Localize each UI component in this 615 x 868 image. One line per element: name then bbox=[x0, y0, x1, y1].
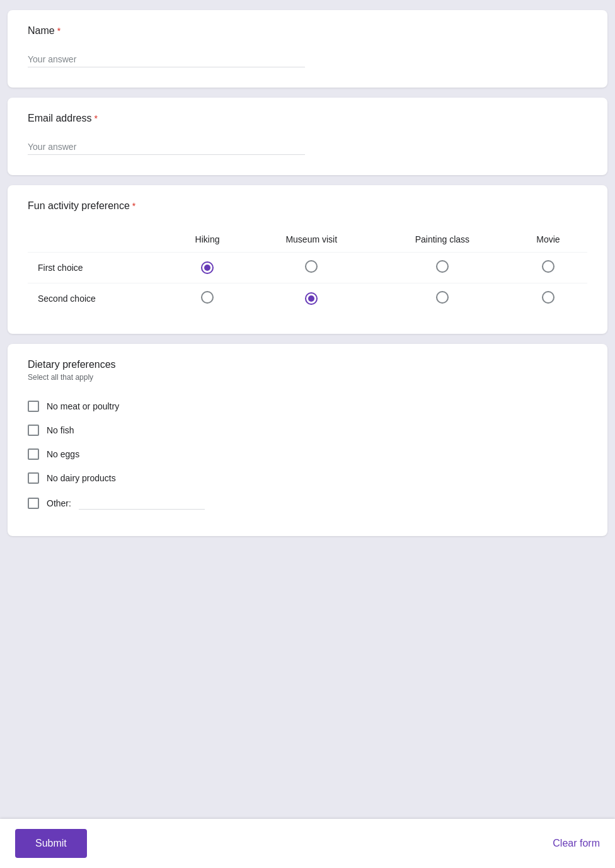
dietary-option-other[interactable]: Other: bbox=[28, 490, 587, 516]
activity-label: Fun activity preference * bbox=[28, 200, 587, 212]
radio-first-hiking[interactable] bbox=[201, 261, 214, 274]
checkbox-label-no-fish: No fish bbox=[47, 425, 74, 435]
activity-card: Fun activity preference * Hiking Museum … bbox=[8, 185, 607, 334]
activity-col-painting: Painting class bbox=[376, 227, 509, 253]
dietary-title: Dietary preferences bbox=[28, 359, 587, 370]
activity-grid: Hiking Museum visit Painting class Movie… bbox=[28, 227, 587, 314]
radio-inner bbox=[308, 295, 314, 302]
activity-col-museum: Museum visit bbox=[248, 227, 376, 253]
radio-inner bbox=[204, 265, 210, 271]
radio-second-movie[interactable] bbox=[542, 291, 555, 304]
first-choice-museum[interactable] bbox=[248, 253, 376, 283]
name-required-star: * bbox=[57, 26, 60, 36]
radio-second-museum[interactable] bbox=[305, 292, 318, 305]
checkbox-label-no-eggs: No eggs bbox=[47, 449, 79, 459]
footer-spacer bbox=[8, 546, 607, 597]
email-label-text: Email address bbox=[28, 113, 91, 124]
checkbox-no-eggs[interactable] bbox=[28, 448, 39, 460]
second-choice-movie[interactable] bbox=[509, 283, 587, 314]
second-choice-painting[interactable] bbox=[376, 283, 509, 314]
activity-col-movie: Movie bbox=[509, 227, 587, 253]
first-choice-movie[interactable] bbox=[509, 253, 587, 283]
table-row: First choice bbox=[28, 253, 587, 283]
dietary-subtitle: Select all that apply bbox=[28, 373, 587, 382]
row-label-first: First choice bbox=[28, 253, 168, 283]
name-input[interactable] bbox=[28, 52, 305, 67]
radio-second-hiking[interactable] bbox=[201, 291, 214, 304]
activity-col-empty bbox=[28, 227, 168, 253]
first-choice-painting[interactable] bbox=[376, 253, 509, 283]
email-required-star: * bbox=[94, 113, 97, 123]
second-choice-hiking[interactable] bbox=[168, 283, 248, 314]
name-label-text: Name bbox=[28, 25, 55, 37]
checkbox-label-other: Other: bbox=[47, 498, 71, 508]
first-choice-hiking[interactable] bbox=[168, 253, 248, 283]
dietary-option-no-dairy[interactable]: No dairy products bbox=[28, 466, 587, 490]
dietary-option-no-fish[interactable]: No fish bbox=[28, 418, 587, 442]
radio-first-museum[interactable] bbox=[305, 260, 318, 273]
submit-button[interactable]: Submit bbox=[15, 829, 87, 858]
email-card: Email address * bbox=[8, 98, 607, 175]
dietary-option-no-meat[interactable]: No meat or poultry bbox=[28, 394, 587, 418]
checkbox-no-fish[interactable] bbox=[28, 425, 39, 436]
clear-form-button[interactable]: Clear form bbox=[553, 838, 600, 849]
radio-second-painting[interactable] bbox=[436, 291, 449, 304]
checkbox-no-dairy[interactable] bbox=[28, 472, 39, 484]
activity-required-star: * bbox=[132, 201, 135, 211]
other-text-input[interactable] bbox=[79, 496, 205, 510]
radio-first-movie[interactable] bbox=[542, 260, 555, 273]
email-label: Email address * bbox=[28, 113, 587, 124]
activity-label-text: Fun activity preference bbox=[28, 200, 130, 212]
row-label-second: Second choice bbox=[28, 283, 168, 314]
radio-first-painting[interactable] bbox=[436, 260, 449, 273]
table-row: Second choice bbox=[28, 283, 587, 314]
name-label: Name * bbox=[28, 25, 587, 37]
second-choice-museum[interactable] bbox=[248, 283, 376, 314]
name-card: Name * bbox=[8, 10, 607, 88]
dietary-card: Dietary preferences Select all that appl… bbox=[8, 344, 607, 536]
footer-bar: Submit Clear form bbox=[0, 819, 615, 868]
form-container: Name * Email address * Fun activity pref… bbox=[0, 0, 615, 607]
checkbox-label-no-meat: No meat or poultry bbox=[47, 401, 119, 411]
checkbox-other[interactable] bbox=[28, 498, 39, 509]
checkbox-label-no-dairy: No dairy products bbox=[47, 473, 116, 483]
email-input[interactable] bbox=[28, 139, 305, 155]
activity-col-hiking: Hiking bbox=[168, 227, 248, 253]
dietary-option-no-eggs[interactable]: No eggs bbox=[28, 442, 587, 466]
checkbox-no-meat[interactable] bbox=[28, 401, 39, 412]
